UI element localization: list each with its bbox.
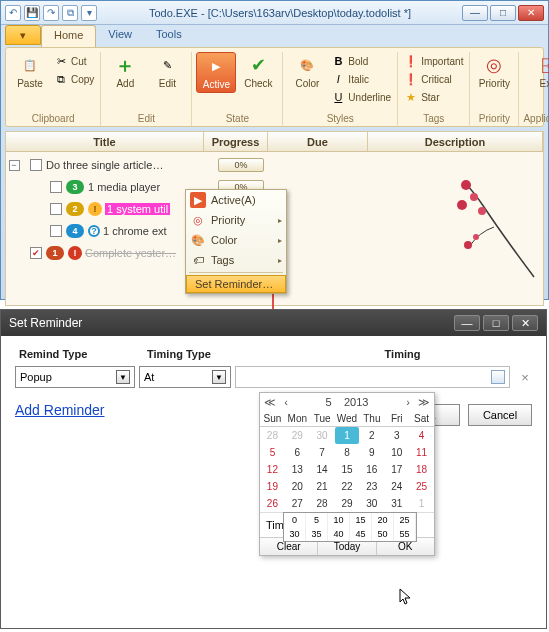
cal-day[interactable]: 23 <box>359 478 384 495</box>
cal-day[interactable]: 28 <box>260 427 285 444</box>
cal-day[interactable]: 3 <box>384 427 409 444</box>
checkbox-checked[interactable]: ✔ <box>30 247 42 259</box>
cal-day[interactable]: 14 <box>310 461 335 478</box>
cal-day[interactable]: 12 <box>260 461 285 478</box>
close-button[interactable]: ✕ <box>512 315 538 331</box>
qa-undo-icon[interactable]: ↶ <box>5 5 21 21</box>
qa-copy-icon[interactable]: ⧉ <box>62 5 78 21</box>
progress-cell[interactable]: 0% <box>218 158 264 172</box>
cal-day-selected[interactable]: 1 <box>335 427 360 444</box>
minimize-button[interactable]: — <box>454 315 480 331</box>
cal-day[interactable]: 13 <box>285 461 310 478</box>
checkbox[interactable] <box>50 225 62 237</box>
task-row[interactable]: − Do three single article… 0% <box>6 154 543 176</box>
cal-day[interactable]: 18 <box>409 461 434 478</box>
cal-day[interactable]: 27 <box>285 495 310 512</box>
menu-color[interactable]: 🎨Color▸ <box>186 230 286 250</box>
cal-day[interactable]: 30 <box>359 495 384 512</box>
minute-strip-a[interactable]: 0510152025 <box>283 512 417 528</box>
cal-day[interactable]: 9 <box>359 444 384 461</box>
group-state: State <box>226 112 249 124</box>
tab-view[interactable]: View <box>96 25 144 47</box>
cal-day[interactable]: 17 <box>384 461 409 478</box>
check-button[interactable]: ✔Check <box>238 52 278 91</box>
nav-next-icon[interactable]: › <box>402 396 414 408</box>
qa-save-icon[interactable]: 💾 <box>24 5 40 21</box>
cal-year[interactable]: 2013 <box>344 396 368 408</box>
timing-input[interactable] <box>235 366 510 388</box>
remove-reminder-button[interactable]: × <box>518 370 532 385</box>
remind-type-select[interactable]: Popup▼ <box>15 366 135 388</box>
cal-day[interactable]: 22 <box>335 478 360 495</box>
add-button[interactable]: ＋Add <box>105 52 145 91</box>
tag-critical[interactable]: ❗Critical <box>402 70 465 88</box>
qa-dropdown-icon[interactable]: ▾ <box>81 5 97 21</box>
exit-icon: ⍈ <box>537 54 549 76</box>
tag-important[interactable]: ❗Important <box>402 52 465 70</box>
menu-tags[interactable]: 🏷Tags▸ <box>186 250 286 270</box>
cal-day[interactable]: 1 <box>409 495 434 512</box>
cal-day[interactable]: 30 <box>310 427 335 444</box>
col-due[interactable]: Due <box>268 132 368 151</box>
cal-day[interactable]: 31 <box>384 495 409 512</box>
active-button[interactable]: ▶Active <box>196 52 236 93</box>
menu-active[interactable]: ▶Active(A) <box>186 190 286 210</box>
col-title[interactable]: Title <box>6 132 204 151</box>
checkbox[interactable] <box>50 181 62 193</box>
exit-button[interactable]: ⍈Exit <box>528 52 549 91</box>
cancel-button[interactable]: Cancel <box>468 404 532 426</box>
minimize-button[interactable]: — <box>462 5 488 21</box>
col-progress[interactable]: Progress <box>204 132 268 151</box>
timing-type-select[interactable]: At▼ <box>139 366 231 388</box>
nav-prev-icon[interactable]: ‹ <box>280 396 292 408</box>
cal-day[interactable]: 25 <box>409 478 434 495</box>
color-button[interactable]: 🎨Color <box>287 52 327 91</box>
tag-star[interactable]: ★Star <box>402 88 465 106</box>
calendar-icon[interactable] <box>491 370 505 384</box>
cal-day[interactable]: 19 <box>260 478 285 495</box>
col-description[interactable]: Description <box>368 132 543 151</box>
minute-strip-b[interactable]: 303540455055 <box>283 527 417 542</box>
menu-priority[interactable]: ◎Priority▸ <box>186 210 286 230</box>
add-reminder-link[interactable]: Add Reminder <box>15 402 105 418</box>
menu-set-reminder[interactable]: Set Reminder… <box>186 275 286 293</box>
cal-day[interactable]: 15 <box>335 461 360 478</box>
priority-button[interactable]: ◎Priority <box>474 52 514 91</box>
cal-month[interactable]: 5 <box>326 396 332 408</box>
underline-button[interactable]: UUnderline <box>329 88 393 106</box>
paste-button[interactable]: 📋 Paste <box>10 52 50 91</box>
checkbox[interactable] <box>50 203 62 215</box>
cut-button[interactable]: ✂Cut <box>52 52 96 70</box>
cal-day[interactable]: 26 <box>260 495 285 512</box>
cal-day[interactable]: 16 <box>359 461 384 478</box>
close-button[interactable]: ✕ <box>518 5 544 21</box>
maximize-button[interactable]: □ <box>483 315 509 331</box>
italic-button[interactable]: IItalic <box>329 70 393 88</box>
cal-day[interactable]: 7 <box>310 444 335 461</box>
file-tab[interactable]: ▾ <box>5 25 41 45</box>
cal-day[interactable]: 29 <box>335 495 360 512</box>
cal-day[interactable]: 4 <box>409 427 434 444</box>
cal-day[interactable]: 10 <box>384 444 409 461</box>
cal-day[interactable]: 11 <box>409 444 434 461</box>
copy-button[interactable]: ⧉Copy <box>52 70 96 88</box>
cal-day[interactable]: 6 <box>285 444 310 461</box>
nav-first-icon[interactable]: ≪ <box>264 396 276 409</box>
cal-day[interactable]: 8 <box>335 444 360 461</box>
nav-last-icon[interactable]: ≫ <box>418 396 430 409</box>
collapse-icon[interactable]: − <box>9 160 20 171</box>
bold-button[interactable]: BBold <box>329 52 393 70</box>
checkbox[interactable] <box>30 159 42 171</box>
cal-day[interactable]: 2 <box>359 427 384 444</box>
cal-day[interactable]: 20 <box>285 478 310 495</box>
qa-redo-icon[interactable]: ↷ <box>43 5 59 21</box>
maximize-button[interactable]: □ <box>490 5 516 21</box>
cal-day[interactable]: 21 <box>310 478 335 495</box>
cal-day[interactable]: 28 <box>310 495 335 512</box>
cal-day[interactable]: 24 <box>384 478 409 495</box>
edit-button[interactable]: ✎Edit <box>147 52 187 91</box>
tab-home[interactable]: Home <box>41 25 96 47</box>
cal-day[interactable]: 5 <box>260 444 285 461</box>
tab-tools[interactable]: Tools <box>144 25 194 47</box>
cal-day[interactable]: 29 <box>285 427 310 444</box>
